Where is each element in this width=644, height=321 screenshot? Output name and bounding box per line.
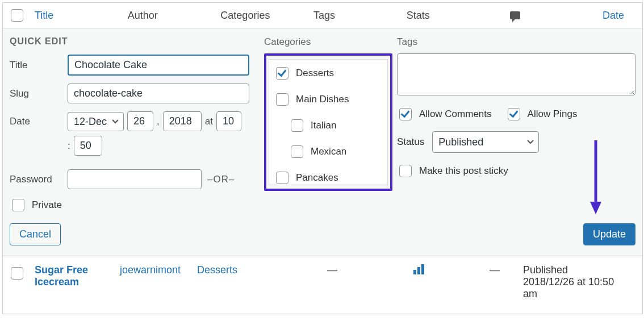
or-separator: –OR– bbox=[207, 174, 235, 185]
categories-list[interactable]: Desserts Main Dishes Italian Mexica bbox=[269, 59, 388, 185]
post-category-link[interactable]: Desserts bbox=[197, 264, 294, 300]
col-categories[interactable]: Categories bbox=[220, 10, 313, 22]
cat-mexican-label: Mexican bbox=[311, 146, 346, 157]
comments-icon[interactable] bbox=[510, 11, 520, 19]
title-input[interactable] bbox=[68, 55, 249, 76]
cat-mexican-checkbox[interactable] bbox=[291, 145, 303, 158]
month-select[interactable]: 12-Dec bbox=[68, 112, 124, 131]
status-label: Status bbox=[397, 136, 424, 148]
cat-main-dishes-checkbox[interactable] bbox=[276, 93, 288, 106]
time-colon: : bbox=[68, 140, 70, 152]
col-date[interactable]: Date bbox=[531, 10, 637, 22]
sticky-checkbox[interactable] bbox=[399, 165, 412, 177]
allow-comments-label: Allow Comments bbox=[419, 109, 492, 120]
tags-textarea[interactable] bbox=[397, 53, 635, 95]
categories-heading: Categories bbox=[264, 36, 392, 48]
hour-input[interactable] bbox=[216, 111, 241, 131]
col-stats[interactable]: Stats bbox=[407, 10, 500, 22]
cat-italian-label: Italian bbox=[311, 120, 336, 131]
day-input[interactable] bbox=[127, 111, 153, 131]
slug-label: Slug bbox=[10, 88, 68, 99]
password-label: Password bbox=[10, 174, 68, 185]
date-label: Date bbox=[10, 116, 68, 127]
col-author[interactable]: Author bbox=[128, 10, 221, 22]
col-tags[interactable]: Tags bbox=[313, 10, 407, 22]
cat-desserts-checkbox[interactable] bbox=[276, 67, 288, 80]
private-label: Private bbox=[32, 199, 62, 211]
posts-table-header: Title Author Categories Tags Stats Date bbox=[3, 3, 642, 28]
post-row-checkbox[interactable] bbox=[11, 267, 23, 280]
post-comments: — bbox=[466, 264, 523, 300]
post-title-link[interactable]: Sugar Free Icecream bbox=[35, 264, 120, 300]
svg-marker-1 bbox=[590, 202, 601, 214]
cat-italian-checkbox[interactable] bbox=[291, 119, 303, 132]
title-label: Title bbox=[10, 60, 68, 71]
categories-highlight: Desserts Main Dishes Italian Mexica bbox=[264, 53, 392, 191]
allow-pings-label: Allow Pings bbox=[528, 109, 578, 120]
status-select[interactable]: Published bbox=[432, 131, 539, 153]
at-label: at bbox=[205, 116, 213, 127]
cancel-button[interactable]: Cancel bbox=[10, 223, 61, 245]
cat-pancakes-label: Pancakes bbox=[296, 172, 338, 184]
year-input[interactable] bbox=[163, 111, 202, 131]
post-row: Sugar Free Icecream joewarnimont Dessert… bbox=[3, 256, 642, 314]
col-title[interactable]: Title bbox=[35, 10, 128, 22]
allow-pings-checkbox[interactable] bbox=[508, 108, 520, 120]
allow-comments-checkbox[interactable] bbox=[399, 108, 412, 120]
post-stats-icon[interactable] bbox=[371, 264, 466, 300]
post-date: Published 2018/12/26 at 10:50 am bbox=[523, 264, 637, 300]
update-button[interactable]: Update bbox=[583, 223, 635, 245]
sticky-label: Make this post sticky bbox=[419, 165, 508, 177]
cat-desserts-label: Desserts bbox=[296, 68, 334, 79]
post-author-link[interactable]: joewarnimont bbox=[120, 264, 197, 300]
arrow-annotation-icon bbox=[588, 138, 604, 218]
tags-heading: Tags bbox=[397, 36, 635, 48]
quick-edit-panel: QUICK EDIT Title Slug Date 12-Dec bbox=[3, 28, 642, 256]
private-checkbox[interactable] bbox=[12, 199, 24, 211]
quick-edit-heading: QUICK EDIT bbox=[10, 36, 260, 47]
password-input[interactable] bbox=[68, 169, 202, 189]
cat-main-dishes-label: Main Dishes bbox=[296, 94, 349, 105]
cat-pancakes-checkbox[interactable] bbox=[276, 172, 288, 184]
select-all-checkbox[interactable] bbox=[11, 9, 23, 22]
slug-input[interactable] bbox=[68, 84, 249, 103]
minute-input[interactable] bbox=[74, 136, 102, 156]
post-tags: — bbox=[294, 264, 371, 300]
comma-sep: , bbox=[157, 116, 160, 127]
